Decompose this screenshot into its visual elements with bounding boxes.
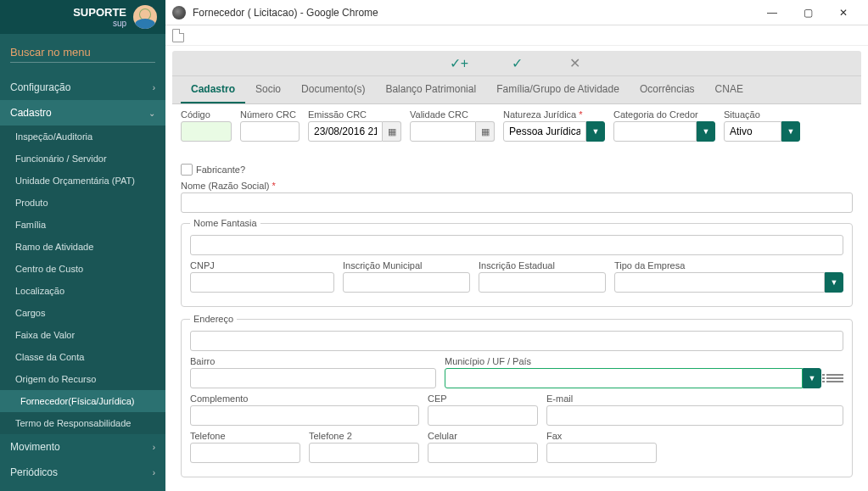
cep-label: CEP [428, 393, 538, 404]
close-button[interactable]: ✕ [826, 1, 861, 25]
sidebar-item[interactable]: Unidade Orçamentária (PAT) [0, 170, 165, 192]
emissao-crc-input[interactable] [308, 121, 383, 142]
file-bar [165, 25, 868, 46]
menu-estatisticas[interactable]: Estatísticas › [0, 485, 165, 491]
sidebar-item[interactable]: Termo de Responsabilidade [0, 412, 165, 434]
group-endereco: Endereço Bairro Município / UF / País ▼ [181, 314, 853, 477]
municipio-select[interactable] [445, 368, 803, 388]
tab[interactable]: Balanço Patrimonial [375, 76, 486, 103]
close-icon[interactable]: ✕ [563, 55, 586, 71]
main-window: Fornecedor ( Licitacao) - Google Chrome … [165, 0, 868, 491]
sidebar-item[interactable]: Cargos [0, 302, 165, 324]
dropdown-icon[interactable]: ▼ [781, 121, 800, 142]
dropdown-icon[interactable]: ▼ [697, 121, 715, 142]
toolbar-actions: ✓+ ✓ ✕ [172, 51, 861, 76]
sidebar-item[interactable]: Classe da Conta [0, 346, 165, 368]
categoria-label: Categoria do Credor [613, 109, 715, 120]
user-sub: sup [73, 19, 126, 28]
cep-input[interactable] [428, 405, 538, 426]
cnpj-input[interactable] [190, 272, 334, 293]
situacao-select[interactable] [724, 121, 781, 142]
tab[interactable]: CNAE [705, 76, 753, 103]
insc-estadual-input[interactable] [479, 272, 606, 293]
user-title: SUPORTE [73, 6, 126, 19]
tab[interactable]: Cadastro [181, 76, 245, 103]
fax-input[interactable] [546, 443, 657, 463]
validade-crc-label: Validade CRC [410, 109, 495, 120]
menu-movimento[interactable]: Movimento › [0, 434, 165, 460]
page-icon [172, 29, 184, 42]
codigo-input[interactable] [181, 121, 232, 142]
tab[interactable]: Ocorrências [630, 76, 705, 103]
numero-crc-label: Número CRC [240, 109, 300, 120]
telefone2-label: Telefone 2 [309, 431, 419, 441]
dropdown-icon[interactable]: ▼ [825, 272, 843, 293]
tipo-empresa-label: Tipo da Empresa [614, 260, 843, 271]
celular-input[interactable] [428, 443, 538, 463]
insc-municipal-input[interactable] [343, 272, 470, 293]
minimize-button[interactable]: — [754, 1, 790, 25]
chevron-down-icon: ⌄ [148, 109, 155, 118]
sidebar-item[interactable]: Funcionário / Servidor [0, 148, 165, 170]
email-label: E-mail [546, 393, 843, 404]
dropdown-icon[interactable]: ▼ [586, 121, 605, 142]
menu-label: Periódicos [10, 466, 58, 478]
list-icon[interactable] [826, 374, 843, 382]
calendar-icon[interactable]: ▦ [476, 121, 495, 142]
app-icon [172, 6, 186, 20]
complemento-label: Complemento [190, 393, 419, 404]
maximize-button[interactable]: ▢ [790, 1, 826, 25]
codigo-label: Código [181, 109, 232, 120]
menu-label: Configuração [10, 81, 70, 93]
chevron-right-icon: › [153, 443, 155, 452]
dropdown-icon[interactable]: ▼ [803, 368, 821, 388]
bairro-input[interactable] [190, 368, 436, 388]
tabs: CadastroSocioDocumento(s)Balanço Patrimo… [172, 76, 861, 104]
menu-configuracao[interactable]: Configuração › [0, 75, 165, 100]
menu-cadastro[interactable]: Cadastro ⌄ [0, 100, 165, 126]
complemento-input[interactable] [190, 405, 419, 426]
sidebar-item[interactable]: Faixa de Valor [0, 324, 165, 346]
fax-label: Fax [546, 431, 657, 441]
sidebar-item[interactable]: Inspeção/Auditoria [0, 126, 165, 148]
telefone-input[interactable] [190, 443, 300, 463]
nome-input[interactable] [181, 192, 853, 213]
email-input[interactable] [546, 405, 843, 426]
sidebar-item[interactable]: Origem do Recurso [0, 368, 165, 390]
natureza-select[interactable] [503, 121, 586, 142]
sidebar-item[interactable]: Fornecedor(Física/Jurídica) [0, 390, 165, 412]
save-add-icon[interactable]: ✓+ [447, 55, 471, 71]
tipo-empresa-select[interactable] [614, 272, 825, 293]
chevron-right-icon: › [153, 468, 155, 477]
menu-periodicos[interactable]: Periódicos › [0, 460, 165, 485]
avatar[interactable] [133, 5, 157, 29]
endereco-input[interactable] [190, 331, 843, 351]
sidebar-item[interactable]: Produto [0, 192, 165, 214]
search-input[interactable] [10, 42, 155, 63]
categoria-select[interactable] [613, 121, 697, 142]
insc-municipal-label: Inscrição Municipal [343, 260, 470, 271]
tab[interactable]: Socio [245, 76, 291, 103]
numero-crc-input[interactable] [240, 121, 300, 142]
menu-label: Movimento [10, 441, 60, 453]
sidebar-item[interactable]: Família [0, 214, 165, 236]
sidebar-item[interactable]: Centro de Custo [0, 258, 165, 280]
nome-label: Nome (Razão Social) * [181, 181, 853, 191]
situacao-label: Situação [724, 109, 800, 120]
menu-label: Cadastro [10, 107, 52, 119]
natureza-label: Natureza Jurídica * [503, 109, 605, 120]
telefone-label: Telefone [190, 431, 300, 441]
tab[interactable]: Documento(s) [291, 76, 375, 103]
fabricante-checkbox[interactable] [181, 164, 193, 176]
sidebar-item[interactable]: Ramo de Atividade [0, 236, 165, 258]
telefone2-input[interactable] [309, 443, 419, 463]
sidebar-item[interactable]: Localização [0, 280, 165, 302]
submenu-cadastro: Inspeção/AuditoriaFuncionário / Servidor… [0, 126, 165, 434]
calendar-icon[interactable]: ▦ [383, 121, 401, 142]
nome-fantasia-legend: Nome Fantasia [190, 218, 260, 228]
nome-fantasia-input[interactable] [190, 235, 843, 255]
tab[interactable]: Família/Grupo de Atividade [486, 76, 630, 103]
save-icon[interactable]: ✓ [505, 55, 529, 71]
group-empresa: Nome Fantasia CNPJ Inscrição Municipal I… [181, 218, 853, 307]
validade-crc-input[interactable] [410, 121, 476, 142]
